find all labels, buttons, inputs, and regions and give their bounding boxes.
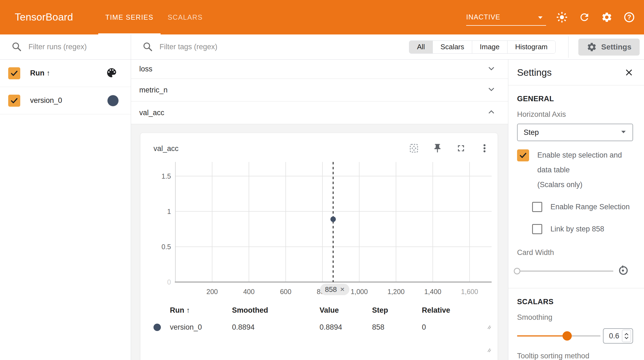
svg-text:1.5: 1.5 bbox=[161, 172, 171, 180]
more-options-icon[interactable] bbox=[479, 143, 490, 154]
cell-smoothed: 0.8894 bbox=[232, 320, 320, 335]
selected-step-chip[interactable]: 858 × bbox=[320, 284, 350, 295]
filter-all-button[interactable]: All bbox=[409, 41, 433, 53]
svg-text:?: ? bbox=[627, 14, 631, 21]
cell-run: version_0 bbox=[170, 320, 232, 335]
search-icon bbox=[142, 41, 153, 53]
fullscreen-icon[interactable] bbox=[456, 143, 466, 154]
smoothing-slider-row: 0.6 bbox=[517, 330, 633, 341]
horizontal-axis-select[interactable]: Step bbox=[517, 124, 633, 141]
card-resize-handle[interactable] bbox=[486, 347, 493, 355]
palette-icon[interactable] bbox=[106, 67, 118, 80]
col-header-step[interactable]: Step bbox=[372, 303, 422, 317]
close-icon[interactable] bbox=[624, 68, 634, 77]
settings-button[interactable]: Settings bbox=[578, 39, 640, 56]
col-header-run[interactable]: Run ↑ bbox=[170, 303, 232, 317]
runs-column-header[interactable]: Run ↑ bbox=[30, 69, 50, 77]
filter-runs-field[interactable]: Filter runs (regex) bbox=[0, 34, 131, 60]
range-selection-checkbox[interactable] bbox=[532, 202, 542, 212]
filter-scalars-button[interactable]: Scalars bbox=[433, 41, 472, 53]
chevron-down-icon bbox=[487, 66, 496, 73]
app-header: TensorBoard TIME SERIES SCALARS INACTIVE bbox=[0, 0, 644, 34]
svg-text:0: 0 bbox=[167, 278, 171, 286]
slider-thumb[interactable] bbox=[562, 331, 572, 341]
smoothing-input[interactable]: 0.6 bbox=[603, 328, 633, 344]
filter-image-button[interactable]: Image bbox=[472, 41, 507, 53]
scalar-chart[interactable]: 00.511.52004006008001,0001,2001,4001,600… bbox=[149, 160, 493, 303]
svg-text:1: 1 bbox=[167, 208, 171, 215]
fit-to-data-icon[interactable] bbox=[408, 143, 419, 154]
run-name: version_0 bbox=[30, 96, 62, 105]
remove-step-icon[interactable]: × bbox=[340, 285, 344, 294]
section-loss[interactable]: loss bbox=[131, 60, 508, 79]
search-icon bbox=[11, 41, 22, 53]
run-row-version-0[interactable]: version_0 bbox=[0, 87, 131, 114]
chevron-down-icon bbox=[537, 13, 543, 21]
run-color-swatch bbox=[153, 324, 161, 331]
svg-text:1,600: 1,600 bbox=[461, 288, 478, 295]
toolbar-divider bbox=[568, 36, 568, 58]
link-step-checkbox-row[interactable]: Link by step 858 bbox=[532, 224, 633, 234]
slider-thumb[interactable] bbox=[514, 268, 520, 274]
chart-title: val_acc bbox=[153, 144, 179, 153]
smoothing-label: Smoothing bbox=[517, 313, 633, 322]
svg-text:1,000: 1,000 bbox=[351, 288, 368, 295]
range-selection-checkbox-row[interactable]: Enable Range Selection bbox=[532, 202, 633, 212]
tags-main-area: loss metric_n val_acc bbox=[131, 60, 508, 360]
link-step-checkbox[interactable] bbox=[532, 224, 542, 234]
cell-step: 858 bbox=[372, 320, 422, 335]
card-width-label: Card Width bbox=[517, 248, 633, 257]
svg-text:200: 200 bbox=[207, 288, 218, 295]
filter-tags-placeholder[interactable]: Filter tags (regex) bbox=[159, 43, 217, 51]
runs-sidebar: Filter runs (regex) Run ↑ version_0 bbox=[0, 34, 131, 360]
section-val-acc-body: val_acc bbox=[131, 124, 508, 360]
card-width-slider[interactable] bbox=[517, 271, 613, 272]
pin-icon[interactable] bbox=[432, 143, 443, 154]
gear-icon[interactable] bbox=[600, 11, 613, 24]
stepper-buttons[interactable] bbox=[622, 330, 631, 342]
run-checkbox[interactable] bbox=[8, 95, 20, 107]
svg-text:1,400: 1,400 bbox=[424, 288, 442, 295]
table-row-swatch-cell bbox=[153, 320, 170, 335]
run-color-swatch[interactable] bbox=[107, 95, 119, 106]
help-icon[interactable]: ? bbox=[623, 11, 636, 24]
gear-icon bbox=[587, 42, 597, 52]
svg-text:0.5: 0.5 bbox=[161, 243, 171, 251]
main-tabs: TIME SERIES SCALARS bbox=[98, 0, 210, 34]
scalars-section-heading: SCALARS bbox=[517, 298, 633, 306]
tag-type-filter-group: All Scalars Image Histogram bbox=[409, 40, 555, 54]
select-all-runs-checkbox[interactable] bbox=[8, 67, 20, 79]
filter-histogram-button[interactable]: Histogram bbox=[507, 41, 555, 53]
chevron-down-icon bbox=[487, 86, 496, 94]
tags-toolbar: Filter tags (regex) All Scalars Image Hi… bbox=[131, 34, 644, 60]
chevron-up-icon bbox=[487, 109, 496, 116]
step-data-table: Run ↑ Smoothed Value Step Relative versi… bbox=[153, 303, 479, 335]
svg-text:600: 600 bbox=[280, 288, 291, 295]
svg-text:400: 400 bbox=[243, 288, 255, 295]
general-section-heading: GENERAL bbox=[517, 95, 633, 103]
step-selection-checkbox[interactable] bbox=[517, 149, 529, 161]
panel-divider bbox=[508, 288, 644, 288]
refresh-icon[interactable] bbox=[578, 11, 591, 24]
card-width-slider-row bbox=[517, 266, 633, 277]
col-header-relative[interactable]: Relative bbox=[422, 303, 479, 317]
settings-panel-title: Settings bbox=[517, 67, 552, 78]
app-logo: TensorBoard bbox=[15, 11, 73, 23]
experiment-status-select[interactable]: INACTIVE bbox=[466, 9, 546, 26]
col-header-value[interactable]: Value bbox=[320, 303, 372, 317]
filter-runs-placeholder: Filter runs (regex) bbox=[28, 43, 87, 51]
chart-resize-handle[interactable] bbox=[486, 324, 493, 332]
step-selection-checkbox-row[interactable]: Enable step selection and data table (Sc… bbox=[517, 149, 633, 192]
tooltip-sort-label: Tooltip sorting method bbox=[517, 352, 633, 360]
brightness-icon[interactable] bbox=[555, 11, 568, 24]
tab-scalars[interactable]: SCALARS bbox=[161, 0, 210, 34]
section-val-acc[interactable]: val_acc bbox=[131, 101, 508, 124]
tab-time-series[interactable]: TIME SERIES bbox=[98, 0, 161, 34]
reset-card-width-icon[interactable] bbox=[617, 264, 629, 278]
col-header-smoothed[interactable]: Smoothed bbox=[232, 303, 320, 317]
cell-relative: 0 bbox=[422, 320, 479, 335]
smoothing-slider[interactable] bbox=[517, 335, 601, 336]
section-metric-n[interactable]: metric_n bbox=[131, 79, 508, 101]
chevron-down-icon bbox=[620, 130, 626, 135]
cell-value: 0.8894 bbox=[320, 320, 372, 335]
